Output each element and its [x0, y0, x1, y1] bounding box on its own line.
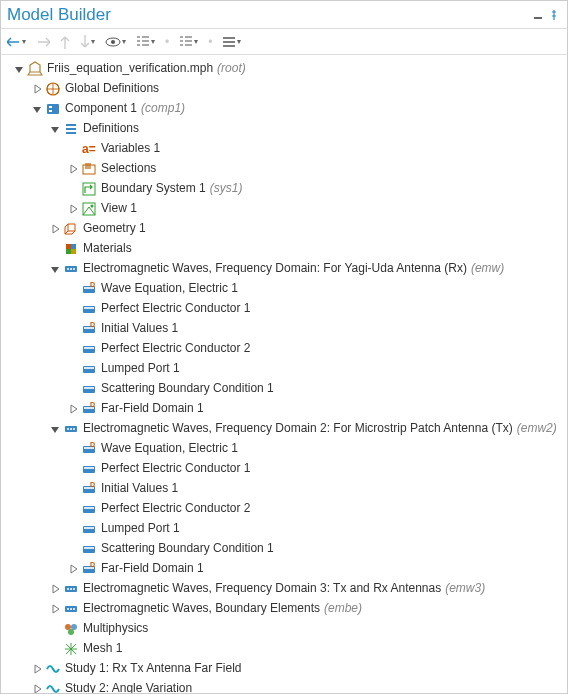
expand-icon[interactable]	[49, 223, 61, 235]
collapse-icon[interactable]	[13, 63, 25, 75]
tree-node-label: Initial Values 1	[101, 319, 178, 339]
tree-node[interactable]: Multiphysics	[5, 619, 567, 639]
tree-node-label: Far-Field Domain 1	[101, 399, 204, 419]
tree-node[interactable]: Wave Equation, Electric 1	[5, 439, 567, 459]
defs-icon	[63, 121, 79, 137]
study-icon	[45, 681, 61, 694]
tree-node-label: Scattering Boundary Condition 1	[101, 539, 274, 559]
expand-icon[interactable]	[67, 203, 79, 215]
model-tree[interactable]: Friis_equation_verification.mph(root)Glo…	[1, 55, 567, 694]
tree-node[interactable]: Component 1(comp1)	[5, 99, 567, 119]
tree-node[interactable]: Far-Field Domain 1	[5, 399, 567, 419]
up-button[interactable]	[60, 35, 70, 49]
tree-node[interactable]: Perfect Electric Conductor 2	[5, 339, 567, 359]
tree-node[interactable]: Variables 1	[5, 139, 567, 159]
emw-icon	[63, 421, 79, 437]
expand-button[interactable]: ▾	[179, 36, 198, 48]
tree-node[interactable]: Boundary System 1(sys1)	[5, 179, 567, 199]
tree-node[interactable]: Definitions	[5, 119, 567, 139]
multi-icon	[63, 621, 79, 637]
expand-icon[interactable]	[67, 403, 79, 415]
back-button[interactable]: ▾	[7, 37, 26, 47]
emw-icon	[63, 581, 79, 597]
tree-node-label: Friis_equation_verification.mph	[47, 59, 213, 79]
chevron-down-icon: ▾	[91, 37, 95, 46]
feat-d-icon	[81, 321, 97, 337]
feat-icon	[81, 521, 97, 537]
tree-node-label: Wave Equation, Electric 1	[101, 439, 238, 459]
collapse-icon[interactable]	[49, 423, 61, 435]
feat-icon	[81, 541, 97, 557]
tree-node[interactable]: Electromagnetic Waves, Boundary Elements…	[5, 599, 567, 619]
show-button[interactable]: ▾	[105, 37, 126, 47]
tree-node[interactable]: Lumped Port 1	[5, 519, 567, 539]
svg-rect-0	[534, 17, 542, 19]
collapse-icon[interactable]	[49, 263, 61, 275]
tree-node[interactable]: Initial Values 1	[5, 479, 567, 499]
separator: •	[165, 35, 169, 49]
chevron-down-icon: ▾	[22, 37, 26, 46]
tree-node-annotation: (embe)	[324, 599, 362, 619]
root-icon	[27, 61, 43, 77]
tree-node[interactable]: Perfect Electric Conductor 1	[5, 299, 567, 319]
tree-node-label: Study 2: Angle Variation	[65, 679, 192, 694]
tree-node[interactable]: Wave Equation, Electric 1	[5, 279, 567, 299]
pin-icon[interactable]	[547, 8, 561, 22]
expand-icon[interactable]	[31, 83, 43, 95]
tree-node[interactable]: Selections	[5, 159, 567, 179]
feat-d-icon	[81, 481, 97, 497]
tree-node-label: Wave Equation, Electric 1	[101, 279, 238, 299]
tree-node[interactable]: Perfect Electric Conductor 2	[5, 499, 567, 519]
tree-node-label: Selections	[101, 159, 156, 179]
tree-node[interactable]: Scattering Boundary Condition 1	[5, 539, 567, 559]
panel-header: Model Builder	[1, 1, 567, 29]
collapse-button[interactable]: ▾	[136, 36, 155, 48]
feat-icon	[81, 501, 97, 517]
expand-icon[interactable]	[67, 563, 79, 575]
expand-icon[interactable]	[49, 603, 61, 615]
tree-node[interactable]: Mesh 1	[5, 639, 567, 659]
globe-icon	[45, 81, 61, 97]
collapse-icon[interactable]	[31, 103, 43, 115]
expand-icon[interactable]	[49, 583, 61, 595]
collapse-icon[interactable]	[49, 123, 61, 135]
tree-node-annotation: (comp1)	[141, 99, 185, 119]
tree-node[interactable]: Electromagnetic Waves, Frequency Domain …	[5, 579, 567, 599]
tree-node-label: Perfect Electric Conductor 1	[101, 299, 250, 319]
tree-node[interactable]: Study 2: Angle Variation	[5, 679, 567, 694]
expand-icon[interactable]	[31, 663, 43, 675]
tree-node[interactable]: Friis_equation_verification.mph(root)	[5, 59, 567, 79]
feat-d-icon	[81, 441, 97, 457]
tree-node[interactable]: Scattering Boundary Condition 1	[5, 379, 567, 399]
expand-icon[interactable]	[31, 683, 43, 694]
bsys-icon	[81, 181, 97, 197]
list-button[interactable]: ▾	[222, 36, 241, 48]
view-icon	[81, 201, 97, 217]
emw-icon	[63, 601, 79, 617]
down-button[interactable]: ▾	[80, 35, 95, 49]
tree-node[interactable]: Electromagnetic Waves, Frequency Domain:…	[5, 259, 567, 279]
component-icon	[45, 101, 61, 117]
chevron-down-icon: ▾	[237, 37, 241, 46]
tree-node[interactable]: Far-Field Domain 1	[5, 559, 567, 579]
expand-icon[interactable]	[67, 163, 79, 175]
tree-node-label: Electromagnetic Waves, Frequency Domain …	[83, 419, 513, 439]
tree-node[interactable]: Initial Values 1	[5, 319, 567, 339]
minimize-icon[interactable]	[531, 8, 545, 22]
tree-node-label: Component 1	[65, 99, 137, 119]
tree-node[interactable]: View 1	[5, 199, 567, 219]
tree-node[interactable]: Geometry 1	[5, 219, 567, 239]
emw-icon	[63, 261, 79, 277]
tree-node[interactable]: Perfect Electric Conductor 1	[5, 459, 567, 479]
tree-node-label: Perfect Electric Conductor 2	[101, 499, 250, 519]
tree-node[interactable]: Study 1: Rx Tx Antenna Far Field	[5, 659, 567, 679]
tree-node-annotation: (emw)	[471, 259, 504, 279]
tree-node[interactable]: Materials	[5, 239, 567, 259]
tree-node[interactable]: Global Definitions	[5, 79, 567, 99]
tree-node-label: Lumped Port 1	[101, 519, 180, 539]
forward-button[interactable]	[36, 37, 50, 47]
tree-node[interactable]: Electromagnetic Waves, Frequency Domain …	[5, 419, 567, 439]
tree-node[interactable]: Lumped Port 1	[5, 359, 567, 379]
feat-d-icon	[81, 281, 97, 297]
toolbar: ▾ ▾ ▾ ▾ • ▾ • ▾	[1, 29, 567, 55]
